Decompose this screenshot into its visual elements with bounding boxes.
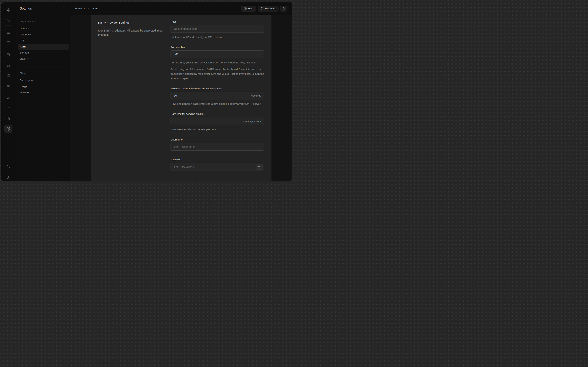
supabase-logo[interactable] (4, 7, 12, 14)
smtp-settings-card: SMTP Provider Settings Your SMTP Credent… (91, 15, 271, 181)
nav-section-billing: Billing (18, 72, 69, 75)
nav-divider (20, 67, 67, 67)
rail-logs-button[interactable] (4, 105, 12, 112)
host-label: Host (170, 20, 264, 23)
home-icon (6, 18, 10, 22)
sidebar-item-auth[interactable]: Auth (18, 44, 69, 50)
rail-search-button[interactable] (4, 163, 12, 170)
port-note: Avoid using port 25 as modern SMTP email… (170, 67, 264, 81)
page-title: Settings (15, 2, 70, 15)
panel-title: SMTP Provider Settings (97, 21, 163, 24)
notifications-button[interactable] (280, 6, 287, 11)
feedback-button[interactable]: Feedback (258, 6, 278, 11)
interval-field-group: Minimum interval between emails being se… (170, 87, 264, 106)
reveal-password-button[interactable] (256, 164, 263, 169)
topbar-actions: Help Feedback (241, 6, 287, 11)
smtp-card-intro: SMTP Provider Settings Your SMTP Credent… (97, 20, 163, 181)
rail-reports-button[interactable] (4, 94, 12, 101)
auth-lock-icon (6, 63, 10, 67)
main-area: Personal / acme Help Feedback (70, 2, 292, 181)
sidebar-item-subscription[interactable]: Subscription (18, 77, 69, 83)
icon-rail (1, 2, 15, 181)
rail-storage-button[interactable] (4, 72, 12, 79)
settings-nav: Project Settings General Database API Au… (15, 15, 70, 95)
reports-icon (6, 96, 10, 100)
rail-divider (5, 49, 11, 49)
rail-user-button[interactable] (4, 174, 12, 181)
port-field-group: Port number Port used by your SMTP serve… (170, 46, 264, 81)
sidebar-item-api[interactable]: API (18, 38, 69, 44)
username-input[interactable] (170, 143, 264, 151)
content-area: SMTP Provider Settings Your SMTP Credent… (70, 15, 292, 181)
port-helper: Port used by your SMTP server. Common po… (170, 60, 264, 65)
sql-editor-icon (6, 41, 10, 45)
interval-input[interactable] (170, 92, 264, 100)
breadcrumb-project[interactable]: acme (92, 7, 98, 10)
rate-limit-input[interactable] (170, 117, 264, 125)
table-editor-icon (6, 30, 10, 34)
sidebar-item-database[interactable]: Database (18, 32, 69, 38)
search-icon (6, 164, 10, 168)
settings-sidebar: Settings Project Settings General Databa… (15, 2, 70, 181)
interval-helper: How long between each email can a new em… (170, 101, 264, 106)
storage-icon (6, 74, 10, 77)
username-label: Username (170, 138, 264, 141)
supabase-bolt-icon (6, 8, 11, 13)
password-input[interactable] (170, 163, 264, 170)
rail-database-button[interactable] (4, 51, 12, 58)
rail-settings-button[interactable] (4, 125, 12, 133)
port-label: Port number (170, 46, 264, 49)
beta-badge: BETA (27, 58, 33, 60)
sidebar-item-general[interactable]: General (18, 25, 69, 32)
password-label: Password (170, 158, 264, 161)
rate-field-group: Rate limit for sending emails emails per… (170, 112, 264, 132)
sidebar-item-storage[interactable]: Storage (18, 50, 69, 56)
edge-functions-icon (6, 84, 10, 88)
notifications-icon (282, 7, 285, 10)
help-button[interactable]: Help (241, 6, 256, 11)
rail-docs-button[interactable] (4, 115, 12, 122)
interval-label: Minimum interval between emails being se… (170, 87, 264, 90)
rail-edge-functions-button[interactable] (4, 82, 12, 89)
rate-label: Rate limit for sending emails (170, 112, 264, 115)
sidebar-item-vault[interactable]: Vault BETA (18, 56, 69, 62)
settings-gear-icon (6, 127, 10, 131)
app-window: Settings Project Settings General Databa… (1, 2, 292, 181)
sidebar-item-invoices[interactable]: Invoices (18, 89, 69, 95)
rail-home-button[interactable] (4, 17, 12, 24)
host-field-group: Host Hostname or IP address of your SMTP… (170, 20, 264, 39)
host-helper: Hostname or IP address of your SMTP serv… (170, 35, 264, 39)
rate-helper: How many emails can be sent per hour. (170, 127, 264, 132)
panel-description: Your SMTP Credentials will always be enc… (97, 28, 163, 37)
nav-section-project-settings: Project Settings (18, 20, 69, 23)
database-icon (6, 53, 10, 57)
user-icon (6, 176, 10, 180)
smtp-form: Host Hostname or IP address of your SMTP… (170, 20, 264, 181)
logs-icon (6, 106, 10, 110)
breadcrumb-org[interactable]: Personal (75, 7, 85, 10)
rail-table-editor-button[interactable] (4, 29, 12, 36)
help-icon (244, 7, 247, 10)
breadcrumb-separator: / (88, 7, 89, 10)
docs-icon (6, 117, 10, 120)
host-input[interactable] (170, 25, 264, 33)
port-input[interactable] (170, 50, 264, 58)
username-field-group: Username (170, 138, 264, 151)
sidebar-item-usage[interactable]: Usage (18, 83, 69, 89)
rail-sql-editor-button[interactable] (4, 39, 12, 46)
rail-auth-button[interactable] (4, 62, 12, 69)
password-field-group: Password (170, 158, 264, 170)
eye-icon (258, 165, 261, 168)
rail-divider (5, 25, 11, 25)
feedback-icon (260, 7, 263, 10)
topbar: Personal / acme Help Feedback (70, 2, 292, 15)
